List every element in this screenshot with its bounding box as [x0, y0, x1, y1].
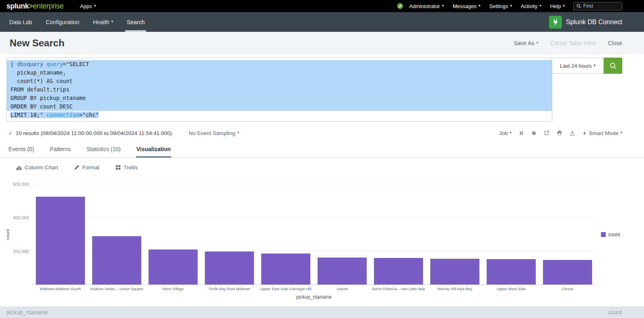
query-token: LIMIT 10;": [10, 112, 46, 118]
query-line: FROM default.trips: [7, 85, 552, 94]
chart-type-label: Column Chart: [25, 164, 58, 170]
tab-patterns[interactable]: Patterns: [50, 146, 71, 157]
app-name: Splunk DB Connect: [566, 19, 622, 26]
chart-bar[interactable]: [261, 254, 310, 285]
caret-down-icon: ▾: [563, 4, 565, 8]
check-circle-icon: [397, 3, 403, 9]
event-sampling-dropdown[interactable]: No Event Sampling ▾: [189, 130, 239, 136]
share-icon: [544, 130, 549, 136]
chart-bar[interactable]: [205, 251, 254, 285]
stop-job-button[interactable]: [531, 131, 537, 136]
topbar-menus: Administrator▾Messages▾Settings▾Activity…: [405, 0, 569, 12]
app-identity[interactable]: Splunk DB Connect: [549, 12, 644, 32]
find-input[interactable]: [583, 3, 619, 9]
page-header: New Search Save As▾Create Table ViewClos…: [0, 32, 644, 54]
appnav-item-configuration[interactable]: Configuration: [39, 12, 86, 32]
splunk-logo[interactable]: splunk>enterprise: [0, 2, 70, 10]
chart-bar[interactable]: [149, 249, 198, 285]
status-ok-icon[interactable]: [397, 3, 403, 9]
chart-type-button[interactable]: Column Chart: [16, 164, 58, 170]
tab-events-0[interactable]: Events (0): [8, 146, 35, 157]
tab-visualization[interactable]: Visualization: [136, 146, 171, 157]
appnav-item-label: Search: [127, 19, 144, 25]
tab-statistics-10[interactable]: Statistics (10): [86, 146, 121, 157]
chart-main: count 200,000400,000600,000 count: [4, 184, 632, 285]
appnav-item-label: Data Lab: [9, 19, 32, 25]
y-tick-label: 600,000: [13, 182, 29, 187]
apps-menu[interactable]: Apps ▾: [76, 0, 100, 12]
page-title: New Search: [10, 37, 64, 49]
chart-bar-slot: [427, 184, 483, 285]
job-menu[interactable]: Job ▾: [499, 130, 512, 136]
chart-bar[interactable]: [487, 259, 536, 285]
chart-bar[interactable]: [36, 197, 85, 285]
pause-job-button[interactable]: [519, 131, 524, 136]
stop-icon: [531, 131, 537, 136]
db-connect-app-icon: [549, 16, 562, 29]
caret-down-icon: ▾: [510, 131, 512, 135]
stats-column-count[interactable]: count: [608, 309, 622, 318]
query-line: pickup_ntaname,: [7, 69, 552, 77]
chart-bar[interactable]: [318, 258, 367, 285]
query-line: GROUP BY pickup_ntaname: [7, 94, 552, 102]
chart-bar[interactable]: [374, 258, 423, 285]
query-token: =: [63, 61, 66, 67]
format-label: Format: [82, 164, 99, 170]
appnav-item-search[interactable]: Search: [120, 12, 151, 32]
results-tabs: Events (0)PatternsStatistics (10)Visuali…: [0, 141, 644, 158]
find-search-box[interactable]: [573, 2, 622, 10]
chart-bar-slot: [145, 184, 201, 285]
format-pencil-icon: [74, 165, 79, 170]
chart-bar[interactable]: [92, 236, 141, 285]
time-range-picker[interactable]: Last 24 hours ▾: [552, 58, 604, 74]
x-tick-label: Upper West Side: [483, 287, 539, 291]
search-status-bar: ✓ 10 results (08/04/2024 11:00:00.000 to…: [0, 126, 644, 140]
topbar-menu-label: Messages: [453, 3, 477, 9]
save-as-button[interactable]: Save As▾: [514, 40, 538, 46]
x-tick-label: Turtle Bay-East Midtown: [201, 287, 258, 291]
search-mode-label: Smart Mode: [589, 130, 619, 136]
topbar-menu-administrator[interactable]: Administrator▾: [405, 0, 448, 12]
chart-bar-slot: [539, 184, 596, 285]
job-menu-label: Job: [499, 130, 508, 136]
x-tick-label: West Village: [145, 287, 201, 291]
topbar-menu-help[interactable]: Help▾: [546, 0, 569, 12]
appnav-item-health[interactable]: Health▾: [86, 12, 120, 32]
appnav-items: Data LabConfigurationHealth▾Search: [0, 12, 151, 32]
search-button[interactable]: [604, 58, 622, 74]
caret-down-icon: ▾: [442, 4, 444, 8]
topbar-right: Administrator▾Messages▾Settings▾Activity…: [397, 0, 644, 12]
pause-icon: [519, 131, 524, 136]
format-button[interactable]: Format: [74, 164, 99, 170]
stats-column-pickup-ntaname[interactable]: pickup_ntaname: [6, 309, 48, 318]
share-job-button[interactable]: [544, 130, 549, 136]
print-icon: [557, 130, 562, 136]
hdr-action-label: Save As: [514, 40, 534, 46]
caret-down-icon: ▾: [537, 41, 539, 45]
x-tick-label: SoHo-TriBeCa-...nter-Little Italy: [370, 287, 427, 291]
close-button[interactable]: Close: [608, 40, 622, 46]
appnav-item-data-lab[interactable]: Data Lab: [2, 12, 39, 32]
search-mode-dropdown[interactable]: Smart Mode ▾: [582, 130, 622, 136]
x-tick-label: Hudson Yards-...-Union Square: [89, 287, 145, 291]
chart-bar[interactable]: [430, 259, 479, 285]
topbar-menu-activity[interactable]: Activity▾: [516, 0, 546, 12]
topbar-menu-messages[interactable]: Messages▾: [448, 0, 485, 12]
query-token: "SELECT: [66, 61, 89, 67]
export-button[interactable]: [570, 130, 575, 136]
x-axis-title: pickup_ntaname: [32, 294, 596, 300]
chart-bar[interactable]: [543, 260, 592, 285]
query-line: ORDER BY count DESC: [7, 102, 552, 111]
appnav-item-label: Configuration: [46, 19, 79, 25]
hdr-action-label: Create Table View: [550, 40, 596, 46]
print-button[interactable]: [557, 130, 562, 136]
chart-legend[interactable]: count: [596, 184, 632, 285]
query-line: | dbxquery query="SELECT: [7, 60, 552, 69]
chart-bar-slot: [258, 184, 314, 285]
topbar-menu-settings[interactable]: Settings▾: [485, 0, 517, 12]
column-chart-icon: [16, 165, 22, 170]
trellis-button[interactable]: Trellis: [116, 164, 138, 170]
query-token: =: [79, 112, 83, 118]
legend-swatch: [601, 232, 606, 237]
search-query-input[interactable]: | dbxquery query="SELECT pickup_ntaname,…: [6, 58, 552, 122]
